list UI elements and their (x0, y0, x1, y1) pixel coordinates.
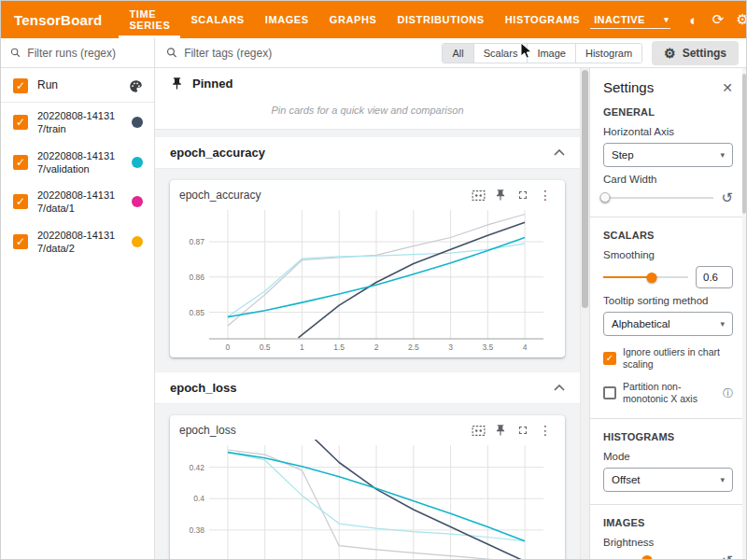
tags-toolbar: All Scalars Image Histogram ⚙ Settings (155, 38, 746, 68)
partition-x-row[interactable]: Partition non-monotonic X axis ⓘ (603, 381, 733, 405)
chevron-up-icon (554, 385, 565, 391)
pin-icon (170, 77, 184, 91)
tensorboard-app: TensorBoard TIME SERIES SCALARS IMAGES G… (0, 0, 747, 560)
partition-x-checkbox[interactable] (603, 386, 616, 399)
section-epoch-accuracy[interactable]: epoch_accuracy (155, 137, 580, 169)
ignore-outliers-label: Ignore outliers in chart scaling (623, 346, 733, 371)
fit-to-data-icon[interactable] (468, 186, 488, 204)
tag-type-filter-group: All Scalars Image Histogram (442, 43, 642, 63)
section-title: epoch_accuracy (170, 146, 265, 160)
gear-icon: ⚙ (664, 46, 676, 61)
chevron-down-icon: ▾ (664, 15, 669, 24)
more-options-icon[interactable]: ⋮ (535, 186, 556, 204)
tab-images[interactable]: IMAGES (255, 1, 319, 38)
run-checkbox[interactable]: ✓ (13, 194, 28, 209)
card-width-slider[interactable] (603, 190, 713, 204)
slider-knob[interactable] (642, 555, 653, 560)
slider-knob[interactable] (600, 192, 611, 203)
more-options-icon[interactable]: ⋮ (535, 421, 556, 440)
ignore-outliers-checkbox[interactable]: ✓ (603, 352, 616, 365)
filter-histogram-button[interactable]: Histogram (576, 44, 641, 63)
filter-tags-input[interactable] (184, 47, 432, 60)
run-row-train[interactable]: ✓ 20220808-141317/train (1, 103, 154, 143)
card-header: epoch_loss ⋮ (177, 419, 557, 440)
tab-scalars[interactable]: SCALARS (180, 1, 254, 38)
slider-knob[interactable] (646, 273, 656, 283)
run-checkbox[interactable]: ✓ (13, 155, 28, 170)
panel-scrollbar-thumb[interactable] (742, 74, 746, 214)
fit-to-data-icon[interactable] (468, 421, 488, 440)
epoch-accuracy-chart[interactable]: 00.511.522.533.540.850.860.87 (177, 204, 553, 354)
svg-text:3.5: 3.5 (482, 343, 493, 352)
tooltip-sorting-select[interactable]: Alphabetical ▾ (603, 312, 733, 336)
slider-fill (603, 276, 652, 278)
settings-panel-title: Settings (603, 79, 654, 95)
horizontal-axis-label: Horizontal Axis (603, 126, 733, 137)
pinned-section-header: Pinned (155, 68, 580, 99)
brightness-slider[interactable] (603, 553, 713, 560)
svg-text:0.42: 0.42 (189, 463, 204, 472)
run-row-validation[interactable]: ✓ 20220808-141317/validation (1, 143, 154, 183)
run-checkbox[interactable]: ✓ (13, 115, 28, 130)
images-heading: IMAGES (603, 517, 733, 528)
card-actions: ⋮ (468, 421, 556, 440)
epoch-loss-chart[interactable]: 00.511.522.533.540.360.380.40.42 (177, 440, 553, 559)
section-epoch-loss[interactable]: epoch_loss (155, 372, 580, 404)
palette-icon[interactable] (129, 79, 143, 93)
run-label: 20220808-141317/data/1 (37, 189, 122, 216)
run-checkbox[interactable]: ✓ (13, 234, 28, 249)
tab-time-series[interactable]: TIME SERIES (119, 1, 180, 38)
histogram-mode-select[interactable]: Offset ▾ (603, 468, 733, 492)
card-width-label: Card Width (603, 174, 733, 185)
status-dropdown[interactable]: INACTIVE ▾ (590, 10, 670, 29)
reset-icon[interactable]: ↺ (721, 553, 733, 560)
scrollbar-thumb[interactable] (582, 70, 588, 308)
pin-card-icon[interactable] (490, 186, 511, 204)
svg-text:0.87: 0.87 (189, 237, 204, 246)
chevron-down-icon: ▾ (720, 319, 725, 329)
theme-toggle-icon[interactable]: ◐ (682, 7, 706, 32)
refresh-icon[interactable]: ⟳ (706, 7, 730, 32)
runs-header-label: Run (37, 78, 120, 93)
filter-scalars-button[interactable]: Scalars (474, 44, 529, 63)
pinned-empty-message: Pin cards for a quick view and compariso… (155, 99, 580, 129)
pin-card-icon[interactable] (490, 421, 511, 440)
chevron-down-icon: ▾ (720, 150, 725, 160)
run-row-data-2[interactable]: ✓ 20220808-141317/data/2 (1, 222, 154, 262)
svg-text:3: 3 (448, 343, 453, 352)
fullscreen-icon[interactable] (513, 186, 533, 204)
settings-gear-icon[interactable]: ⚙ (730, 7, 747, 32)
run-color-dot (132, 157, 143, 168)
horizontal-axis-select[interactable]: Step ▾ (603, 143, 733, 167)
filter-runs-input[interactable] (27, 47, 145, 60)
histograms-heading: HISTOGRAMS (603, 431, 733, 442)
scalars-heading: SCALARS (603, 230, 733, 241)
filter-all-button[interactable]: All (443, 44, 473, 63)
card-title: epoch_accuracy (179, 189, 261, 202)
tab-distributions[interactable]: DISTRIBUTIONS (387, 1, 494, 38)
close-icon[interactable]: ✕ (722, 80, 733, 95)
runs-header-row[interactable]: ✓ Run (1, 70, 154, 103)
reset-icon[interactable]: ↺ (721, 190, 733, 204)
svg-text:4: 4 (523, 343, 528, 352)
smoothing-row: 0.6 (603, 266, 733, 288)
fullscreen-icon[interactable] (513, 421, 533, 440)
settings-button[interactable]: ⚙ Settings (652, 41, 739, 65)
card-title: epoch_loss (179, 424, 236, 437)
tab-graphs[interactable]: GRAPHS (319, 1, 388, 38)
smoothing-slider[interactable] (603, 271, 688, 285)
smoothing-value-input[interactable]: 0.6 (696, 266, 733, 288)
card-width-row: ↺ (603, 190, 733, 204)
select-all-checkbox[interactable]: ✓ (13, 78, 28, 93)
settings-panel-header: Settings ✕ (603, 79, 733, 95)
filter-runs-row (1, 38, 154, 68)
ignore-outliers-row[interactable]: ✓ Ignore outliers in chart scaling (603, 346, 733, 371)
svg-text:2: 2 (374, 343, 379, 352)
cards-area: Pinned Pin cards for a quick view and co… (155, 68, 580, 559)
run-label: 20220808-141317/validation (37, 149, 122, 176)
chevron-down-icon: ▾ (720, 475, 725, 484)
tab-histograms[interactable]: HISTOGRAMS (495, 1, 590, 38)
run-row-data-1[interactable]: ✓ 20220808-141317/data/1 (1, 182, 154, 222)
filter-image-button[interactable]: Image (528, 44, 576, 63)
smoothing-label: Smoothing (603, 249, 733, 260)
